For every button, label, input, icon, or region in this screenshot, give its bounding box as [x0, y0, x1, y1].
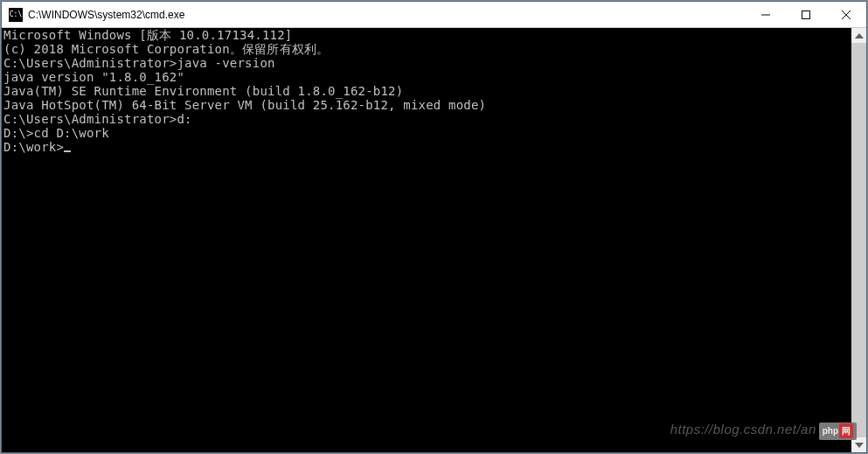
console-output[interactable]: Microsoft Windows [版本 10.0.17134.112](c)…: [2, 28, 851, 452]
window-controls: [746, 2, 866, 27]
console-line: java version "1.8.0_162": [3, 70, 851, 84]
console-line: D:\work>: [3, 140, 851, 154]
console-line: C:\Users\Administrator>java -version: [3, 56, 851, 70]
close-button[interactable]: [826, 2, 866, 27]
console-line: Microsoft Windows [版本 10.0.17134.112]: [3, 28, 851, 42]
console-line: (c) 2018 Microsoft Corporation。保留所有权利。: [3, 42, 851, 56]
cmd-icon-text: C:\: [10, 10, 22, 18]
cmd-window: C:\ C:\WINDOWS\system32\cmd.exe Microsof…: [1, 1, 867, 453]
console-line: D:\>cd D:\work: [3, 126, 851, 140]
scroll-up-button[interactable]: [851, 28, 866, 43]
cmd-icon: C:\: [9, 8, 23, 22]
console-line: C:\Users\Administrator>d:: [3, 112, 851, 126]
svg-rect-1: [802, 10, 810, 18]
scroll-track[interactable]: [851, 43, 866, 437]
console-area: Microsoft Windows [版本 10.0.17134.112](c)…: [2, 28, 866, 452]
window-title: C:\WINDOWS\system32\cmd.exe: [28, 9, 746, 21]
console-line: Java HotSpot(TM) 64-Bit Server VM (build…: [3, 98, 851, 112]
console-line: Java(TM) SE Runtime Environment (build 1…: [3, 84, 851, 98]
minimize-button[interactable]: [746, 2, 786, 27]
maximize-button[interactable]: [786, 2, 826, 27]
cursor: [64, 150, 71, 152]
scroll-down-button[interactable]: [851, 437, 866, 452]
scroll-thumb[interactable]: [851, 43, 866, 437]
titlebar[interactable]: C:\ C:\WINDOWS\system32\cmd.exe: [2, 2, 866, 28]
vertical-scrollbar[interactable]: [851, 28, 866, 452]
